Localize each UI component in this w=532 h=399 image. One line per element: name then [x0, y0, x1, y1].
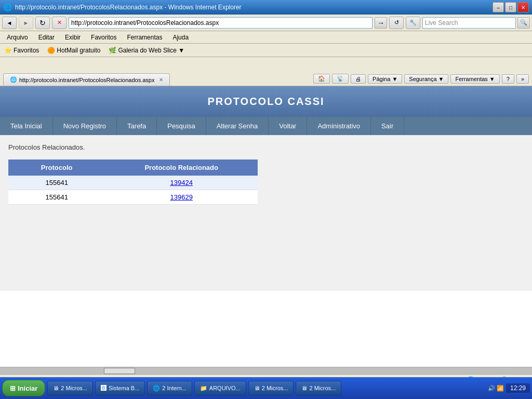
windows-icon: ⊞ — [10, 384, 16, 385]
ferramentas-button[interactable]: Ferramentas ▼ — [450, 74, 499, 84]
search-input[interactable] — [422, 17, 516, 29]
menu-arquivo[interactable]: Arquivo — [2, 32, 33, 43]
menu-editar[interactable]: Editar — [34, 32, 59, 43]
help-button[interactable]: ? — [502, 74, 514, 84]
taskbar-item-2[interactable]: 🌐 2 Intern... — [147, 381, 192, 384]
home-button[interactable]: 🏠 — [313, 74, 330, 84]
print-button[interactable]: 🖨 — [351, 74, 366, 84]
col-protocolo: Protocolo — [8, 159, 105, 176]
menu-exibir[interactable]: Exibir — [60, 32, 85, 43]
stop-button[interactable]: ✕ — [52, 17, 66, 29]
col-relacionado: Protocolo Relacionado — [105, 159, 258, 176]
nav-administrativo[interactable]: Administrativo — [307, 117, 371, 135]
rss-button[interactable]: 📡 — [332, 74, 349, 84]
refresh-page-button[interactable]: ↺ — [389, 17, 404, 29]
tab-label: http://protocolo.intranet/ProtocolosRela… — [19, 77, 155, 83]
page-content: Protocolos Relacionados. Protocolo Proto… — [0, 135, 532, 291]
fav-hotmail-label: HotMail gratuito — [57, 47, 100, 54]
table-header-row: Protocolo Protocolo Relacionado — [8, 159, 258, 176]
data-table: Protocolo Protocolo Relacionado 15564113… — [8, 159, 258, 205]
page-subtitle: Protocolos Relacionados. — [8, 143, 524, 151]
star-icon: ⭐ — [4, 47, 12, 54]
taskbar-item-1[interactable]: 🅱 Sistema B... — [95, 381, 145, 384]
search-button[interactable]: 🔍 — [517, 17, 530, 29]
close-button[interactable]: ✕ — [517, 2, 529, 12]
chevron-button[interactable]: » — [516, 74, 529, 84]
browser-icon: 🌐 — [3, 3, 12, 11]
table-row: 155641139629 — [8, 190, 258, 205]
relacionado-link[interactable]: 139629 — [170, 193, 193, 201]
taskbar-item-4[interactable]: 🖥 2 Micros... — [248, 381, 294, 384]
nav-tarefa[interactable]: Tarefa — [117, 117, 157, 135]
menu-bar: Arquivo Editar Exibir Favoritos Ferramen… — [0, 31, 532, 44]
tab-icon: 🌐 — [10, 76, 17, 83]
hotmail-icon: 🟠 — [47, 47, 55, 54]
webslice-icon: 🌿 — [109, 47, 116, 54]
scroll-thumb[interactable] — [104, 368, 135, 374]
seguranca-button[interactable]: Segurança ▼ — [404, 74, 448, 84]
fav-webslice[interactable]: 🌿 Galeria do Web Slice ▼ — [107, 46, 187, 55]
app-nav: Tela Inicial Novo Registro Tarefa Pesqui… — [0, 117, 532, 135]
app-title: PROTOCOLO CASSI — [207, 96, 324, 107]
start-button[interactable]: ⊞ Iniciar — [2, 380, 45, 384]
fav-webslice-label: Galeria do Web Slice ▼ — [118, 47, 184, 54]
favorites-bar: ⭐ Favoritos 🟠 HotMail gratuito 🌿 Galeria… — [0, 44, 532, 57]
start-label: Iniciar — [18, 384, 37, 385]
relacionado-cell[interactable]: 139424 — [105, 176, 258, 190]
nav-novo-registro[interactable]: Novo Registro — [53, 117, 117, 135]
address-bar: ◄ ► ↻ ✕ → ↺ 🔧 🔍 — [0, 15, 532, 31]
protocolo-cell: 155641 — [8, 176, 105, 190]
browser-tab[interactable]: 🌐 http://protocolo.intranet/ProtocolosRe… — [3, 73, 170, 86]
refresh-button[interactable]: ↻ — [35, 17, 50, 29]
taskbar-item-3[interactable]: 📁 ARQUIVO... — [194, 381, 246, 384]
nav-sair[interactable]: Sair — [371, 117, 404, 135]
protocolo-cell: 155641 — [8, 190, 105, 205]
nav-pesquisa[interactable]: Pesquisa — [157, 117, 206, 135]
nav-alterar-senha[interactable]: Alterar Senha — [206, 117, 269, 135]
menu-favoritos[interactable]: Favoritos — [86, 32, 121, 43]
toolbar-right: 🏠 📡 🖨 Página ▼ Segurança ▼ Ferramentas ▼… — [313, 74, 529, 86]
clock: 12:29 — [506, 383, 530, 384]
relacionado-link[interactable]: 139424 — [170, 179, 193, 187]
fav-favoritos-label: Favoritos — [14, 47, 39, 54]
nav-tela-inicial[interactable]: Tela Inicial — [0, 117, 53, 135]
tools-button[interactable]: 🔧 — [406, 17, 420, 29]
relacionado-cell[interactable]: 139629 — [105, 190, 258, 205]
minimize-button[interactable]: – — [493, 2, 504, 12]
maximize-button[interactable]: □ — [505, 2, 516, 12]
taskbar-right: 🔊 📶 12:29 — [488, 383, 530, 384]
tab-close-button[interactable]: ✕ — [159, 77, 163, 83]
back-button[interactable]: ◄ — [2, 17, 17, 29]
go-button[interactable]: → — [375, 17, 387, 29]
app-header: PROTOCOLO CASSI — [0, 86, 532, 117]
menu-ferramentas[interactable]: Ferramentas — [122, 32, 167, 43]
title-bar-content: 🌐 http://protocolo.intranet/ProtocolosRe… — [3, 3, 242, 11]
taskbar-item-5[interactable]: 🖥 2 Micros... — [296, 381, 341, 384]
scrollbar[interactable] — [0, 367, 532, 374]
taskbar-item-0[interactable]: 🖥 2 Micros... — [47, 381, 93, 384]
title-bar: 🌐 http://protocolo.intranet/ProtocolosRe… — [0, 0, 532, 15]
page-wrapper: PROTOCOLO CASSI Tela Inicial Novo Regist… — [0, 86, 532, 367]
window-controls: – □ ✕ — [493, 2, 529, 12]
pagina-button[interactable]: Página ▼ — [368, 74, 402, 84]
address-input[interactable] — [69, 17, 373, 29]
nav-voltar[interactable]: Voltar — [269, 117, 307, 135]
table-row: 155641139424 — [8, 176, 258, 190]
fav-hotmail[interactable]: 🟠 HotMail gratuito — [45, 46, 102, 55]
window-title: http://protocolo.intranet/ProtocolosRela… — [15, 4, 242, 11]
forward-button[interactable]: ► — [19, 17, 33, 29]
menu-ajuda[interactable]: Ajuda — [168, 32, 193, 43]
fav-favoritos[interactable]: ⭐ Favoritos — [2, 46, 41, 55]
tab-toolbar-row: 🌐 http://protocolo.intranet/ProtocolosRe… — [0, 57, 532, 86]
taskbar: ⊞ Iniciar 🖥 2 Micros... 🅱 Sistema B... 🌐… — [0, 377, 532, 384]
